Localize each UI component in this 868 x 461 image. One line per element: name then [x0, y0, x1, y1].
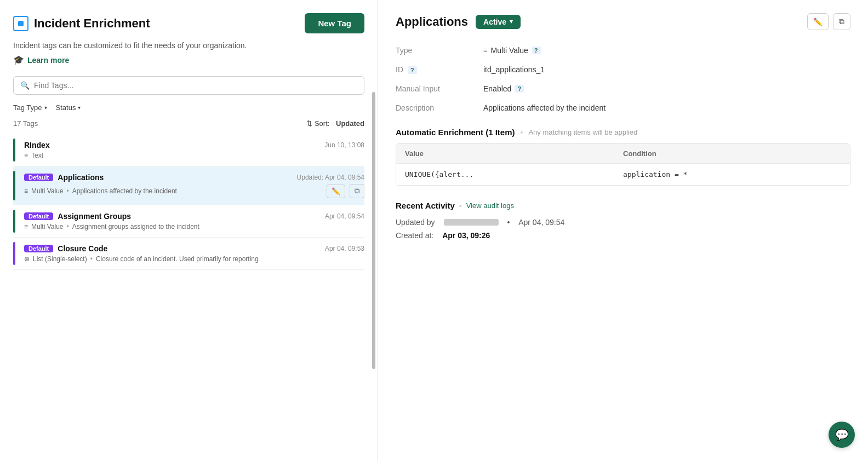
tag-content: Default Assignment Groups Apr 04, 09:54 … [20, 212, 364, 231]
active-status-badge[interactable]: Active ▾ [476, 15, 521, 29]
left-panel: Incident Enrichment New Tag Incident tag… [0, 0, 378, 461]
tags-count: 17 Tags [13, 119, 38, 128]
tag-name-row: Default Assignment Groups Apr 04, 09:54 [24, 212, 364, 221]
scrollbar[interactable] [372, 92, 375, 368]
page-title: Incident Enrichment [34, 16, 150, 31]
search-icon: 🔍 [20, 81, 30, 90]
tag-timestamp: Jun 10, 13:08 [324, 141, 364, 149]
ra-updated-item: Updated by • Apr 04, 09:54 [396, 218, 850, 227]
copy-tag-button[interactable]: ⧉ [350, 184, 364, 198]
manual-input-label: Manual Input [396, 84, 483, 93]
description-label: Description [396, 103, 483, 112]
recent-activity-section: Recent Activity • View audit logs Update… [396, 201, 850, 240]
enrichment-section-header: Automatic Enrichment (1 Item) • Any matc… [396, 128, 850, 137]
tag-timestamp: Updated: Apr 04, 09:54 [297, 174, 364, 181]
tag-content: Default Applications Updated: Apr 04, 09… [20, 173, 364, 198]
tag-description: Closure code of an incident. Used primar… [96, 255, 259, 263]
description-value: Applications affected by the incident [483, 103, 850, 112]
detail-title: Applications [396, 15, 468, 29]
tag-type-icon: ≡ [24, 152, 28, 159]
tag-timestamp: Apr 04, 09:54 [325, 212, 364, 220]
search-box: 🔍 [13, 76, 364, 95]
status-chevron-icon: ▾ [78, 105, 81, 111]
copy-detail-button[interactable]: ⧉ [833, 13, 850, 30]
multivalue-icon: ≡ [483, 46, 488, 54]
tags-list: RIndex Jun 10, 13:08 ≡ Text Default Appl… [13, 134, 364, 461]
search-input[interactable] [34, 81, 357, 90]
tag-type-icon: ≡ [24, 223, 28, 231]
tag-meta: ≡ Multi Value • Applications affected by… [24, 187, 177, 195]
manual-input-help-badge[interactable]: ? [515, 85, 524, 93]
tag-description: Assignment groups assigned to the incide… [72, 223, 199, 231]
header-row: Incident Enrichment New Tag [13, 13, 364, 33]
tag-item[interactable]: RIndex Jun 10, 13:08 ≡ Text [13, 134, 364, 166]
tag-accent-green [13, 139, 15, 162]
default-badge: Default [24, 174, 53, 181]
tag-name: Assignment Groups [58, 212, 131, 221]
title-group: Incident Enrichment [13, 16, 150, 31]
tag-name-row: Default Closure Code Apr 04, 09:53 [24, 244, 364, 253]
tag-name: Closure Code [58, 244, 107, 253]
learn-more-icon: 🎓 [13, 55, 24, 65]
right-title-group: Applications Active ▾ [396, 15, 521, 29]
col-value-label: Value [405, 149, 623, 158]
id-label: ID ? [396, 65, 483, 74]
type-help-badge[interactable]: ? [532, 47, 541, 54]
tag-accent-green [13, 210, 15, 233]
manual-input-value: Enabled ? [483, 84, 850, 93]
ra-header: Recent Activity • View audit logs [396, 201, 850, 210]
new-tag-button[interactable]: New Tag [305, 13, 364, 33]
tag-meta: ≡ Text [24, 152, 364, 159]
right-panel: Applications Active ▾ ✏️ ⧉ Type ≡ Multi … [378, 0, 868, 461]
tag-type-label: Multi Value [31, 187, 63, 195]
id-help-badge[interactable]: ? [408, 66, 417, 74]
learn-more-link[interactable]: 🎓 Learn more [13, 55, 364, 65]
tag-name-row: RIndex Jun 10, 13:08 [24, 141, 364, 149]
id-value: itd_applications_1 [483, 65, 850, 74]
status-filter[interactable]: Status ▾ [56, 103, 81, 112]
tag-type-icon: ≡ [24, 187, 28, 195]
tag-name: RIndex [24, 141, 50, 149]
tag-name: Applications [58, 173, 104, 182]
tag-name-row: Default Applications Updated: Apr 04, 09… [24, 173, 364, 182]
view-audit-logs-link[interactable]: View audit logs [466, 201, 514, 210]
tag-type-label: List (Single-select) [33, 255, 87, 263]
tag-content: RIndex Jun 10, 13:08 ≡ Text [20, 141, 364, 159]
active-chevron-icon: ▾ [510, 18, 513, 25]
default-badge: Default [24, 245, 53, 252]
tag-meta: ≡ Multi Value • Assignment groups assign… [24, 223, 364, 231]
enrichment-subtitle: Any matching items will be applied [528, 128, 637, 136]
ra-created-item: Created at: Apr 03, 09:26 [396, 231, 850, 240]
row-condition: application = * [623, 170, 841, 178]
sort-button[interactable]: ⇅ Sort: Updated [306, 119, 364, 128]
ra-user-blur [444, 219, 499, 226]
tag-content: Default Closure Code Apr 04, 09:53 ⊕ Lis… [20, 244, 364, 263]
edit-detail-button[interactable]: ✏️ [807, 13, 829, 30]
default-badge: Default [24, 212, 53, 220]
chat-fab-button[interactable]: 💬 [829, 422, 855, 448]
tag-type-label: Text [31, 152, 43, 159]
enrichment-table: Value Condition UNIQUE({alert... applica… [396, 143, 850, 186]
tag-accent-green [13, 171, 15, 200]
edit-tag-button[interactable]: ✏️ [327, 185, 345, 198]
tag-type-icon: ⊕ [24, 255, 30, 263]
table-row: UNIQUE({alert... application = * [396, 163, 850, 185]
subtitle-text: Incident tags can be customized to fit t… [13, 40, 364, 51]
enrichment-table-header: Value Condition [396, 144, 850, 163]
tag-type-chevron-icon: ▾ [44, 105, 47, 111]
tag-meta: ⊕ List (Single-select) • Closure code of… [24, 255, 364, 263]
detail-grid: Type ≡ Multi Value ? ID ? itd_applicatio… [396, 45, 850, 112]
tag-type-filter[interactable]: Tag Type ▾ [13, 103, 47, 112]
tag-description: Applications affected by the incident [72, 187, 177, 195]
type-label: Type [396, 45, 483, 55]
ra-title: Recent Activity [396, 201, 455, 210]
right-header: Applications Active ▾ ✏️ ⧉ [396, 13, 850, 30]
enrichment-title: Automatic Enrichment (1 Item) [396, 128, 515, 137]
tag-accent-purple [13, 242, 15, 265]
tag-item-applications[interactable]: Default Applications Updated: Apr 04, 09… [13, 166, 364, 205]
tag-item-assignment-groups[interactable]: Default Assignment Groups Apr 04, 09:54 … [13, 205, 364, 238]
right-toolbar: ✏️ ⧉ [807, 13, 850, 30]
app-icon [13, 16, 28, 31]
tag-item-closure-code[interactable]: Default Closure Code Apr 04, 09:53 ⊕ Lis… [13, 238, 364, 270]
tags-meta-row: 17 Tags ⇅ Sort: Updated [13, 119, 364, 128]
